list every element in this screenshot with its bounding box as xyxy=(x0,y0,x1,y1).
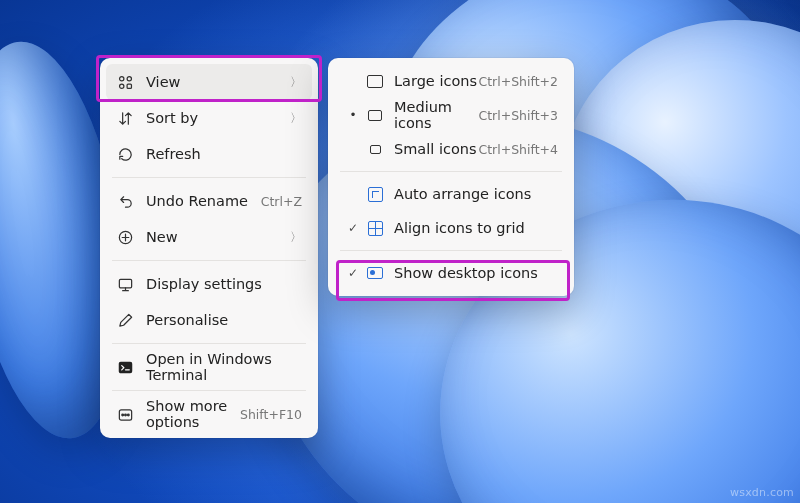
menu-item-undo-rename[interactable]: Undo Rename Ctrl+Z xyxy=(106,183,312,219)
menu-hint: Ctrl+Shift+2 xyxy=(478,74,558,89)
svg-point-2 xyxy=(119,84,123,88)
menu-item-show-more-options[interactable]: Show more options Shift+F10 xyxy=(106,396,312,432)
menu-item-show-desktop-icons[interactable]: ✓ Show desktop icons xyxy=(334,256,568,290)
menu-item-large-icons[interactable]: Large icons Ctrl+Shift+2 xyxy=(334,64,568,98)
terminal-icon xyxy=(114,356,136,378)
separator xyxy=(112,177,306,178)
small-icons-icon xyxy=(364,138,386,160)
auto-arrange-icon xyxy=(364,183,386,205)
radio-indicator: • xyxy=(342,108,364,122)
menu-item-auto-arrange[interactable]: Auto arrange icons xyxy=(334,177,568,211)
menu-label: New xyxy=(146,229,284,245)
menu-label: Small icons xyxy=(394,141,478,157)
sort-icon xyxy=(114,107,136,129)
separator xyxy=(112,343,306,344)
menu-item-small-icons[interactable]: Small icons Ctrl+Shift+4 xyxy=(334,132,568,166)
menu-label: Auto arrange icons xyxy=(394,186,558,202)
watermark-text: wsxdn.com xyxy=(730,486,794,499)
menu-label: Personalise xyxy=(146,312,302,328)
separator xyxy=(340,250,562,251)
separator xyxy=(112,260,306,261)
svg-point-8 xyxy=(121,414,123,416)
menu-hint: Shift+F10 xyxy=(240,407,302,422)
large-icons-icon xyxy=(364,70,386,92)
menu-label: View xyxy=(146,74,284,90)
svg-point-1 xyxy=(127,76,131,80)
menu-label: Show more options xyxy=(146,398,240,430)
svg-rect-3 xyxy=(127,84,131,88)
menu-label: Undo Rename xyxy=(146,193,261,209)
medium-icons-icon xyxy=(364,104,386,126)
menu-item-medium-icons[interactable]: • Medium icons Ctrl+Shift+3 xyxy=(334,98,568,132)
undo-icon xyxy=(114,190,136,212)
menu-hint: Ctrl+Z xyxy=(261,194,302,209)
menu-label: Large icons xyxy=(394,73,478,89)
menu-label: Display settings xyxy=(146,276,302,292)
check-indicator: ✓ xyxy=(342,221,364,235)
menu-label: Align icons to grid xyxy=(394,220,558,236)
menu-item-display-settings[interactable]: Display settings xyxy=(106,266,312,302)
menu-item-sort-by[interactable]: Sort by 〉 xyxy=(106,100,312,136)
chevron-right-icon: 〉 xyxy=(284,110,302,127)
separator xyxy=(112,390,306,391)
plus-circle-icon xyxy=(114,226,136,248)
svg-point-10 xyxy=(127,414,129,416)
menu-item-refresh[interactable]: Refresh xyxy=(106,136,312,172)
view-icon xyxy=(114,71,136,93)
svg-rect-5 xyxy=(119,279,131,288)
menu-label: Show desktop icons xyxy=(394,265,558,281)
svg-point-0 xyxy=(119,76,123,80)
menu-item-align-to-grid[interactable]: ✓ Align icons to grid xyxy=(334,211,568,245)
svg-rect-6 xyxy=(119,362,131,372)
chevron-right-icon: 〉 xyxy=(284,74,302,91)
menu-item-view[interactable]: View 〉 xyxy=(106,64,312,100)
align-grid-icon xyxy=(364,217,386,239)
menu-hint: Ctrl+Shift+3 xyxy=(478,108,558,123)
menu-label: Open in Windows Terminal xyxy=(146,351,302,383)
desktop-icons-icon xyxy=(364,262,386,284)
check-indicator: ✓ xyxy=(342,266,364,280)
refresh-icon xyxy=(114,143,136,165)
menu-item-personalise[interactable]: Personalise xyxy=(106,302,312,338)
menu-label: Sort by xyxy=(146,110,284,126)
personalise-icon xyxy=(114,309,136,331)
desktop-context-menu: View 〉 Sort by 〉 Refresh Undo Rename Ctr… xyxy=(100,58,318,438)
menu-label: Medium icons xyxy=(394,99,478,131)
menu-label: Refresh xyxy=(146,146,302,162)
menu-item-windows-terminal[interactable]: Open in Windows Terminal xyxy=(106,349,312,385)
svg-point-9 xyxy=(124,414,126,416)
view-submenu: Large icons Ctrl+Shift+2 • Medium icons … xyxy=(328,58,574,296)
chevron-right-icon: 〉 xyxy=(284,229,302,246)
menu-hint: Ctrl+Shift+4 xyxy=(478,142,558,157)
menu-item-new[interactable]: New 〉 xyxy=(106,219,312,255)
separator xyxy=(340,171,562,172)
display-icon xyxy=(114,273,136,295)
more-options-icon xyxy=(114,403,136,425)
